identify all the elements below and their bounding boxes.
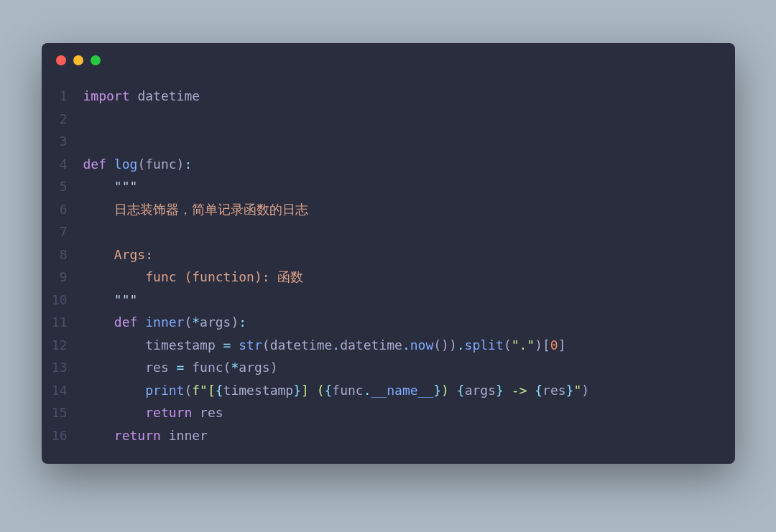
code-line: import datetime: [83, 85, 721, 108]
line-number: 10: [52, 289, 68, 312]
code-line: return inner: [83, 424, 721, 447]
code-line: def inner(*args):: [83, 311, 721, 334]
code-line: [83, 220, 721, 243]
code-line: timestamp = str(datetime.datetime.now())…: [83, 334, 721, 357]
code-line: Args:: [83, 243, 721, 266]
line-number: 4: [52, 153, 68, 176]
line-number: 13: [52, 356, 68, 379]
line-number: 5: [52, 175, 68, 198]
line-number: 8: [52, 243, 68, 266]
line-number: 16: [52, 424, 68, 447]
code-line: 日志装饰器，简单记录函数的日志: [83, 198, 721, 221]
close-icon[interactable]: [56, 55, 66, 65]
code-line: [83, 108, 721, 131]
line-number: 7: [52, 220, 68, 243]
code-line: print(f"[{timestamp}] ({func.__name__}) …: [83, 379, 721, 402]
line-number: 2: [52, 108, 68, 131]
line-number: 14: [52, 379, 68, 402]
code-editor[interactable]: 12345678910111213141516 import datetime …: [42, 78, 735, 464]
line-number: 3: [52, 130, 68, 153]
line-number: 6: [52, 198, 68, 221]
code-line: func (function): 函数: [83, 266, 721, 289]
maximize-icon[interactable]: [91, 55, 101, 65]
window-titlebar: [42, 43, 735, 78]
code-line: def log(func):: [83, 153, 721, 176]
code-window: 12345678910111213141516 import datetime …: [42, 43, 735, 464]
line-number-gutter: 12345678910111213141516: [52, 85, 83, 447]
line-number: 11: [52, 311, 68, 334]
line-number: 12: [52, 334, 68, 357]
line-number: 9: [52, 266, 68, 289]
minimize-icon[interactable]: [73, 55, 83, 65]
code-line: res = func(*args): [83, 356, 721, 379]
code-line: """: [83, 289, 721, 312]
code-line: [83, 130, 721, 153]
line-number: 15: [52, 401, 68, 424]
line-number: 1: [52, 85, 68, 108]
code-line: """: [83, 175, 721, 198]
code-line: return res: [83, 401, 721, 424]
code-content[interactable]: import datetime def log(func): """ 日志装饰器…: [83, 85, 721, 447]
